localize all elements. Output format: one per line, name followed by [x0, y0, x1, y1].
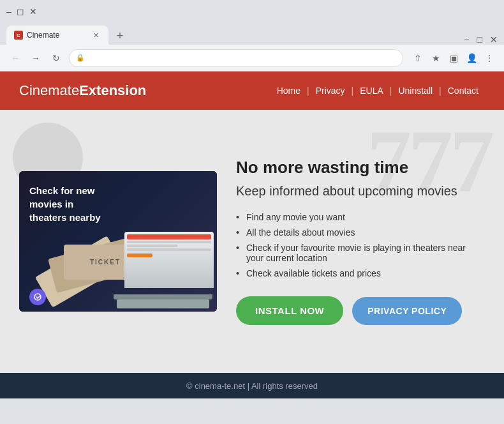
address-bar: ← → ↻ 🔒 ⇧ ★ ▣ 👤 ⋮: [0, 45, 504, 72]
site-main: 777 TICKET TICKET TICKET: [0, 110, 504, 373]
laptop-illustration: [112, 232, 214, 308]
purple-badge-icon: [29, 289, 46, 305]
laptop-keyboard: [117, 299, 209, 308]
browser-chrome: – ◻ ✕ C Cinemate ✕ + − □ ✕ ← → ↻ 🔒 ⇧ ★ ▣: [0, 0, 504, 72]
forward-button[interactable]: →: [28, 50, 43, 66]
close-button[interactable]: ✕: [490, 34, 498, 45]
close-icon[interactable]: ✕: [29, 6, 37, 17]
tab-strip: C Cinemate ✕ + − □ ✕: [0, 23, 504, 45]
left-column: TICKET TICKET TICKET: [19, 171, 217, 312]
feature-item-1: Find any movie you want: [236, 209, 485, 225]
cta-buttons: INSTALL NOW PRIVACY POLICY: [236, 296, 485, 325]
tab-title: Cinemate: [27, 31, 59, 40]
screen-cta-btn: [127, 254, 152, 257]
title-bar-controls: − □ ✕: [464, 34, 498, 45]
reload-button[interactable]: ↻: [48, 50, 64, 66]
back-button[interactable]: ←: [8, 50, 23, 66]
laptop-screen: [124, 232, 214, 288]
extensions-icon[interactable]: ▣: [447, 51, 461, 65]
new-tab-button[interactable]: +: [111, 27, 129, 45]
screen-line-3: [127, 248, 211, 251]
nav-eula[interactable]: EULA: [353, 86, 390, 96]
lock-icon: 🔒: [76, 54, 85, 62]
minimize-button[interactable]: −: [464, 34, 469, 45]
card-overlay-text: Check for new movies in theaters nearby: [29, 184, 112, 224]
logo-bold: Extension: [79, 82, 146, 98]
logo-plain: Cinemate: [19, 82, 79, 98]
privacy-policy-button[interactable]: PRIVACY POLICY: [352, 297, 462, 325]
svg-point-0: [34, 294, 41, 300]
toolbar-icons: ⇧ ★ ▣ 👤 ⋮: [411, 51, 496, 65]
site-header: CinemateExtension Home | Privacy | EULA …: [0, 72, 504, 110]
install-now-button[interactable]: INSTALL NOW: [236, 296, 343, 325]
sub-headline: Keep informed about upcoming movies: [236, 183, 485, 199]
screen-line-2: [127, 245, 177, 247]
feature-list: Find any movie you want All the details …: [236, 209, 485, 281]
nav-home[interactable]: Home: [271, 86, 307, 96]
profile-icon[interactable]: 👤: [464, 51, 478, 65]
nav-privacy[interactable]: Privacy: [309, 86, 352, 96]
restore-icon[interactable]: ◻: [17, 6, 24, 17]
share-icon[interactable]: ⇧: [411, 51, 425, 65]
screen-content: [124, 232, 214, 288]
nav-contact[interactable]: Contact: [441, 86, 485, 96]
screen-header-bar: [127, 234, 211, 239]
website-content: CinemateExtension Home | Privacy | EULA …: [0, 72, 504, 398]
laptop-base: [114, 294, 212, 299]
nav-uninstall[interactable]: Uninstall: [392, 86, 439, 96]
active-tab[interactable]: C Cinemate ✕: [6, 26, 108, 45]
url-bar[interactable]: 🔒: [69, 49, 403, 67]
bookmark-icon[interactable]: ★: [429, 51, 443, 65]
feature-item-3: Check if your favourite movie is playing…: [236, 240, 485, 266]
right-column: No more wasting time Keep informed about…: [236, 158, 485, 325]
window-controls: – ◻ ✕: [6, 6, 37, 17]
site-footer: © cinema-te.net | All rights reserved: [0, 373, 504, 398]
title-bar: – ◻ ✕: [0, 0, 504, 23]
menu-icon[interactable]: ⋮: [482, 51, 496, 65]
laptop-card: TICKET TICKET TICKET: [19, 171, 217, 312]
maximize-button[interactable]: □: [477, 34, 482, 45]
tab-favicon: C: [14, 31, 23, 40]
site-nav: Home | Privacy | EULA | Uninstall | Cont…: [271, 86, 485, 96]
site-logo: CinemateExtension: [19, 82, 146, 99]
tab-close-button[interactable]: ✕: [91, 30, 101, 40]
main-headline: No more wasting time: [236, 158, 485, 178]
screen-line-1: [127, 241, 211, 243]
feature-item-2: All the details about movies: [236, 225, 485, 240]
feature-item-4: Check available tickets and prices: [236, 266, 485, 281]
minimize-icon[interactable]: –: [6, 6, 11, 17]
footer-copyright: © cinema-te.net | All rights reserved: [186, 381, 318, 391]
